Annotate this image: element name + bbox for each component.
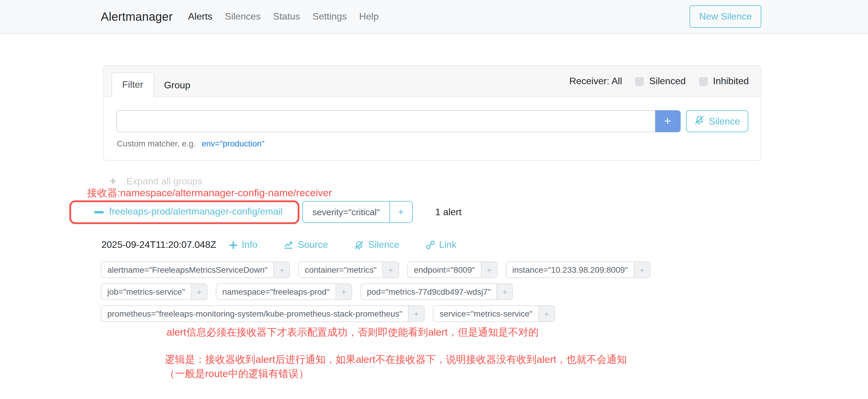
expand-all-label: Expand all groups [126, 176, 202, 186]
alert-label-text[interactable]: instance="10.233.98.209:8009" [506, 262, 634, 277]
alertmanager-page: Alertmanager AlertsSilencesStatusSetting… [0, 0, 868, 399]
nav-link[interactable]: Help [359, 11, 379, 22]
alert-label-text[interactable]: alertname="FreeleapsMetricsServiceDown" [101, 262, 273, 277]
alert-label-pill: job="metrics-service" + [101, 283, 208, 300]
chart-line-icon [284, 240, 294, 250]
alert-label-pill: instance="10.233.98.209:8009" + [506, 262, 650, 278]
filter-checkbox-group[interactable]: Silenced [635, 76, 686, 87]
nav-link[interactable]: Status [273, 11, 300, 22]
alert-action-link[interactable]: Link [425, 240, 457, 250]
add-matcher-button[interactable]: + [655, 110, 680, 132]
severity-matcher-label[interactable]: severity="critical" [303, 202, 389, 222]
tab[interactable]: Filter [112, 72, 154, 97]
add-severity-matcher-button[interactable]: + [389, 202, 412, 222]
plus-icon: + [110, 176, 116, 187]
alert-label-text[interactable]: pod="metrics-77d9cdb497-wdsj7" [361, 284, 497, 299]
checkbox[interactable] [635, 77, 644, 86]
action-label: Link [439, 240, 457, 250]
tab[interactable]: Group [154, 73, 200, 97]
matcher-input[interactable] [116, 110, 655, 132]
alert-labels: alertname="FreeleapsMetricsServiceDown" … [101, 262, 650, 322]
alert-label-pill: endpoint="8009" + [407, 262, 497, 278]
alert-action-link[interactable]: Info [228, 240, 257, 250]
alert-label-pill: container="metrics" + [298, 262, 399, 278]
bell-slash-icon [694, 115, 704, 127]
collapse-minus-icon[interactable] [94, 211, 104, 213]
severity-matcher-chip: severity="critical" + [302, 201, 412, 223]
checkbox-label: Silenced [649, 76, 686, 87]
alert-label-pill: namespace="freeleaps-prod" + [216, 283, 352, 300]
silence-filter-button[interactable]: Silence [686, 110, 748, 132]
alert-label-text[interactable]: job="metrics-service" [101, 284, 191, 299]
annotation-receiver-note: 接收器:namespace/altermanager-config-name/r… [87, 186, 332, 201]
label-row: job="metrics-service" + namespace="freel… [101, 283, 650, 300]
alert-action-link[interactable]: Silence [354, 240, 399, 250]
nav-link[interactable]: Settings [312, 11, 347, 22]
checkbox-label: Inhibited [713, 76, 749, 87]
label-row: alertname="FreeleapsMetricsServiceDown" … [101, 262, 650, 278]
add-label-matcher-button[interactable]: + [191, 284, 207, 299]
receiver-group-link[interactable]: freeleaps-prod/alertmanager-config/email [109, 206, 282, 217]
annotation-logic-line2: （一般是route中的逻辑有错误） [165, 367, 627, 381]
nav-link[interactable]: Alerts [188, 11, 213, 22]
alert-label-pill: service="metrics-service" + [433, 305, 555, 322]
new-silence-button[interactable]: New Silence [689, 5, 761, 28]
filter-card: FilterGroup Receiver: All Silenced Inhib… [103, 65, 761, 161]
filter-card-header: FilterGroup Receiver: All Silenced Inhib… [104, 66, 761, 97]
alert-actions: Info Source Silence Link [228, 240, 456, 250]
alert-label-pill: pod="metrics-77d9cdb497-wdsj7" + [360, 283, 513, 300]
filter-checkbox-group[interactable]: Inhibited [699, 76, 749, 87]
action-label: Info [242, 240, 257, 250]
silence-filter-label: Silence [709, 116, 740, 127]
add-label-matcher-button[interactable]: + [497, 284, 513, 299]
top-navbar: Alertmanager AlertsSilencesStatusSetting… [0, 0, 868, 34]
alert-count: 1 alert [435, 207, 462, 218]
matcher-row: + Silence [116, 110, 748, 132]
alert-label-text[interactable]: service="metrics-service" [434, 306, 538, 321]
bell-slash-icon [354, 240, 364, 250]
checkbox[interactable] [699, 77, 708, 86]
matcher-helper: Custom matcher, e.g. env="production" [116, 139, 748, 148]
receiver-filter-label[interactable]: Receiver: All [569, 76, 622, 87]
label-row: prometheus="freeleaps-monitoring-system/… [101, 305, 650, 322]
alert-label-text[interactable]: prometheus="freeleaps-monitoring-system/… [101, 306, 408, 321]
alert-action-link[interactable]: Source [284, 240, 328, 250]
nav-link[interactable]: Silences [225, 11, 260, 22]
add-label-matcher-button[interactable]: + [382, 262, 398, 277]
link-icon [425, 240, 435, 250]
annotation-alert-note: alert信息必须在接收器下才表示配置成功，否则即使能看到alert，但是通知是… [166, 326, 538, 340]
add-label-matcher-button[interactable]: + [335, 284, 351, 299]
filter-tabs: FilterGroup [112, 72, 200, 97]
plus-icon [228, 240, 238, 249]
add-label-matcher-button[interactable]: + [538, 306, 554, 321]
filter-card-body: + Silence Custom matcher, e.g. env="prod… [104, 97, 761, 148]
app-brand[interactable]: Alertmanager [101, 10, 173, 23]
alert-label-pill: prometheus="freeleaps-monitoring-system/… [101, 305, 425, 322]
alert-label-text[interactable]: endpoint="8009" [408, 262, 481, 277]
action-label: Silence [368, 240, 399, 250]
annotation-logic-note: 逻辑是：接收器收到alert后进行通知，如果alert不在接收器下，说明接收器没… [165, 353, 627, 381]
expand-all-groups[interactable]: + Expand all groups [110, 176, 202, 187]
action-label: Source [298, 240, 328, 250]
add-label-matcher-button[interactable]: + [273, 262, 289, 277]
filter-header-controls: Receiver: All Silenced Inhibited [569, 66, 749, 97]
alert-label-pill: alertname="FreeleapsMetricsServiceDown" … [101, 262, 290, 278]
alert-label-text[interactable]: namespace="freeleaps-prod" [216, 284, 336, 299]
nav-links: AlertsSilencesStatusSettingsHelp [188, 11, 379, 22]
alert-timestamp: 2025-09-24T11:20:07.048Z [101, 240, 216, 250]
helper-example-link[interactable]: env="production" [202, 139, 265, 148]
add-label-matcher-button[interactable]: + [634, 262, 650, 277]
annotation-logic-line1: 逻辑是：接收器收到alert后进行通知，如果alert不在接收器下，说明接收器没… [165, 353, 627, 367]
add-label-matcher-button[interactable]: + [408, 306, 424, 321]
alert-header-row: 2025-09-24T11:20:07.048Z Info Source Sil… [101, 240, 457, 250]
alert-label-text[interactable]: container="metrics" [299, 262, 382, 277]
helper-text: Custom matcher, e.g. [117, 139, 196, 148]
add-label-matcher-button[interactable]: + [481, 262, 497, 277]
